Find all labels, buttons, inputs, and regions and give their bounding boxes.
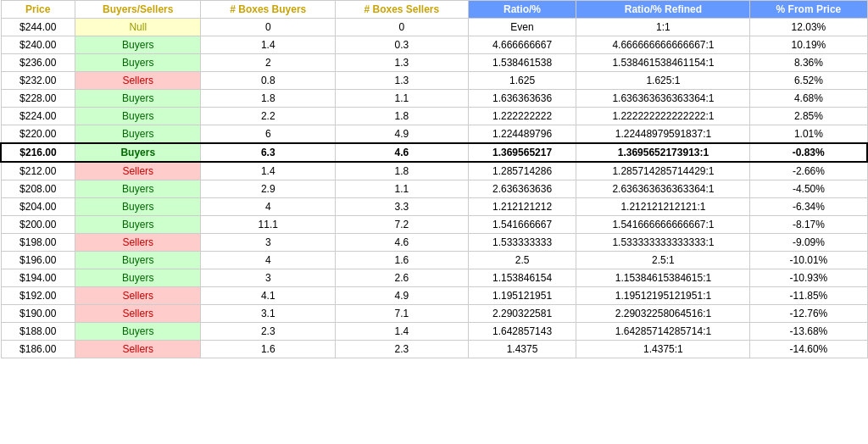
price-cell: $208.00: [1, 180, 75, 198]
ratio-refined-cell: 2.29032258064516:1: [576, 305, 750, 323]
bs-cell: Sellers: [75, 234, 201, 252]
ratio-refined-cell: 1.3695652173913:1: [576, 143, 750, 162]
bs-cell: Buyers: [75, 252, 201, 269]
bsell-cell: 2.3: [336, 341, 469, 358]
bsell-cell: 1.3: [336, 54, 469, 72]
col-header-bsell: # Boxes Sellers: [336, 1, 469, 19]
bs-cell: Buyers: [75, 143, 201, 162]
from-price-cell: -2.66%: [750, 162, 867, 180]
ratio-refined-cell: 1.15384615384615:1: [576, 269, 750, 287]
price-cell: $232.00: [1, 72, 75, 90]
bsell-cell: 7.1: [336, 305, 469, 323]
col-header-from-price: % From Price: [750, 1, 867, 19]
price-cell: $212.00: [1, 162, 75, 180]
ratio-refined-cell: 2.5:1: [576, 252, 750, 269]
bb-cell: 11.1: [201, 216, 336, 234]
bs-cell: Buyers: [75, 36, 201, 54]
bsell-cell: 4.6: [336, 234, 469, 252]
ratio-cell: 4.666666667: [468, 36, 576, 54]
ratio-refined-cell: 1.4375:1: [576, 341, 750, 358]
bs-cell: Sellers: [75, 341, 201, 358]
price-cell: $198.00: [1, 234, 75, 252]
from-price-cell: -11.85%: [750, 287, 867, 305]
bsell-cell: 0.3: [336, 36, 469, 54]
bb-cell: 4.1: [201, 287, 336, 305]
price-cell: $204.00: [1, 198, 75, 216]
ratio-cell: 1.636363636: [468, 90, 576, 108]
ratio-cell: 1.153846154: [468, 269, 576, 287]
bb-cell: 0: [201, 19, 336, 36]
ratio-cell: 1.642857143: [468, 323, 576, 341]
from-price-cell: -6.34%: [750, 198, 867, 216]
ratio-cell: 1.369565217: [468, 143, 576, 162]
price-table: Price Buyers/Sellers # Boxes Buyers # Bo…: [0, 0, 868, 358]
ratio-refined-cell: 1:1: [576, 19, 750, 36]
from-price-cell: -13.68%: [750, 323, 867, 341]
col-header-ratio: Ratio/%: [468, 1, 576, 19]
ratio-cell: 1.285714286: [468, 162, 576, 180]
ratio-refined-cell: 1.533333333333333:1: [576, 234, 750, 252]
bs-cell: Buyers: [75, 269, 201, 287]
bb-cell: 1.4: [201, 36, 336, 54]
ratio-cell: 1.222222222: [468, 108, 576, 125]
bsell-cell: 2.6: [336, 269, 469, 287]
bb-cell: 4: [201, 198, 336, 216]
from-price-cell: -10.93%: [750, 269, 867, 287]
bsell-cell: 0: [336, 19, 469, 36]
ratio-cell: 1.195121951: [468, 287, 576, 305]
from-price-cell: 6.52%: [750, 72, 867, 90]
ratio-cell: 2.290322581: [468, 305, 576, 323]
bsell-cell: 1.4: [336, 323, 469, 341]
from-price-cell: -10.01%: [750, 252, 867, 269]
ratio-cell: 2.5: [468, 252, 576, 269]
ratio-cell: 1.224489796: [468, 125, 576, 144]
bs-cell: Sellers: [75, 72, 201, 90]
col-header-price: Price: [1, 1, 75, 19]
price-cell: $192.00: [1, 287, 75, 305]
bs-cell: Buyers: [75, 125, 201, 144]
col-header-bs: Buyers/Sellers: [75, 1, 201, 19]
bs-cell: Buyers: [75, 323, 201, 341]
price-cell: $200.00: [1, 216, 75, 234]
price-cell: $196.00: [1, 252, 75, 269]
price-cell: $194.00: [1, 269, 75, 287]
bsell-cell: 1.6: [336, 252, 469, 269]
price-cell: $228.00: [1, 90, 75, 108]
price-cell: $220.00: [1, 125, 75, 144]
bb-cell: 2.9: [201, 180, 336, 198]
ratio-refined-cell: 4.666666666666667:1: [576, 36, 750, 54]
from-price-cell: 1.01%: [750, 125, 867, 144]
ratio-refined-cell: 1.212121212121:1: [576, 198, 750, 216]
bb-cell: 1.4: [201, 162, 336, 180]
bsell-cell: 4.9: [336, 287, 469, 305]
ratio-refined-cell: 2.636363636363364:1: [576, 180, 750, 198]
from-price-cell: 2.85%: [750, 108, 867, 125]
ratio-cell: 1.541666667: [468, 216, 576, 234]
bs-cell: Sellers: [75, 305, 201, 323]
from-price-cell: -9.09%: [750, 234, 867, 252]
bb-cell: 3: [201, 269, 336, 287]
from-price-cell: -8.17%: [750, 216, 867, 234]
from-price-cell: 4.68%: [750, 90, 867, 108]
bsell-cell: 4.6: [336, 143, 469, 162]
ratio-cell: 1.4375: [468, 341, 576, 358]
from-price-cell: -12.76%: [750, 305, 867, 323]
price-cell: $244.00: [1, 19, 75, 36]
bb-cell: 1.8: [201, 90, 336, 108]
bb-cell: 1.6: [201, 341, 336, 358]
price-cell: $188.00: [1, 323, 75, 341]
bsell-cell: 1.1: [336, 90, 469, 108]
ratio-cell: Even: [468, 19, 576, 36]
ratio-cell: 2.636363636: [468, 180, 576, 198]
from-price-cell: 10.19%: [750, 36, 867, 54]
price-cell: $224.00: [1, 108, 75, 125]
ratio-refined-cell: 1.541666666666667:1: [576, 216, 750, 234]
ratio-refined-cell: 1.538461538461154:1: [576, 54, 750, 72]
ratio-refined-cell: 1.222222222222222:1: [576, 108, 750, 125]
bs-cell: Buyers: [75, 54, 201, 72]
ratio-refined-cell: 1.636363636363364:1: [576, 90, 750, 108]
bs-cell: Null: [75, 19, 201, 36]
ratio-cell: 1.212121212: [468, 198, 576, 216]
bb-cell: 4: [201, 252, 336, 269]
ratio-refined-cell: 1.285714285714429:1: [576, 162, 750, 180]
